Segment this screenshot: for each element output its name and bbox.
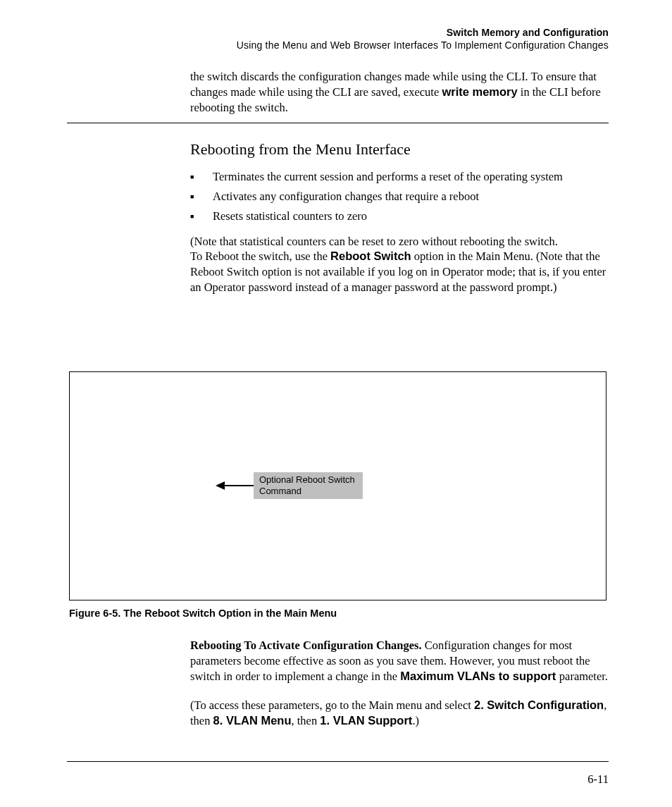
figure-callout-text: Optional Reboot Switch Command xyxy=(254,474,363,498)
figure-caption: Figure 6-5. The Reboot Switch Option in … xyxy=(69,608,337,619)
note-paragraph: (Note that statistical counters can be r… xyxy=(190,234,609,250)
list-item: Terminates the current session and perfo… xyxy=(190,169,609,185)
inline-bold-vlan-menu: 8. VLAN Menu xyxy=(213,714,292,727)
page-header: Switch Memory and Configuration Using th… xyxy=(218,27,609,51)
figure-callout: Optional Reboot Switch Command xyxy=(254,472,363,499)
inline-bold-reboot-switch: Reboot Switch xyxy=(330,250,411,262)
section-heading: Rebooting from the Menu Interface xyxy=(190,139,609,159)
text: To Reboot the switch, use the xyxy=(190,250,330,263)
inline-bold-switch-config: 2. Switch Configuration xyxy=(474,698,604,711)
bullet-list: Terminates the current session and perfo… xyxy=(190,169,609,223)
list-item: Resets statistical counters to zero xyxy=(190,209,609,224)
page-number: 6-11 xyxy=(587,772,609,787)
text: parameter. xyxy=(559,670,608,683)
arrow-line xyxy=(224,485,254,486)
text: .) xyxy=(412,714,419,727)
rebooting-activate-paragraph: Rebooting To Activate Configuration Chan… xyxy=(190,638,609,684)
intro-paragraph: the switch discards the configuration ch… xyxy=(190,69,609,115)
header-subtitle: Using the Menu and Web Browser Interface… xyxy=(218,39,609,51)
access-path-paragraph: (To access these parameters, go to the M… xyxy=(190,698,609,729)
list-item: Activates any configuration changes that… xyxy=(190,189,609,204)
text: (To access these parameters, go to the M… xyxy=(190,698,474,712)
page: Switch Memory and Configuration Using th… xyxy=(0,0,672,807)
header-title: Switch Memory and Configuration xyxy=(218,27,609,38)
horizontal-rule-lower xyxy=(67,761,609,762)
body-column-lower: Rebooting To Activate Configuration Chan… xyxy=(190,638,609,729)
body-column-upper: the switch discards the configuration ch… xyxy=(190,69,609,295)
arrow-left-icon xyxy=(216,481,225,490)
inline-bold-write-memory: write memory xyxy=(442,85,517,98)
text: , then xyxy=(291,714,320,727)
reboot-paragraph: To Reboot the switch, use the Reboot Swi… xyxy=(190,249,609,295)
run-in-heading: Rebooting To Activate Configuration Chan… xyxy=(190,639,425,652)
inline-bold-vlan-support: 1. VLAN Support xyxy=(320,714,412,727)
horizontal-rule-upper xyxy=(67,123,609,123)
inline-bold-max-vlans: Maximum VLANs to support xyxy=(400,670,559,682)
